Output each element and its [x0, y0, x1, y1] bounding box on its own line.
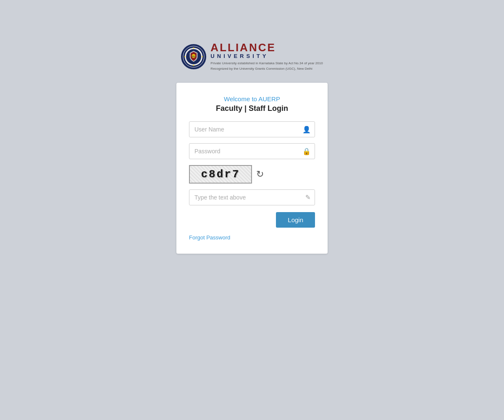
captcha-image: c8dr7	[189, 165, 252, 184]
login-heading: Faculty | Staff Login	[189, 104, 315, 113]
action-row: Login	[189, 212, 315, 228]
svg-point-6	[193, 65, 194, 66]
logo-text-area: ALLIANCE UNIVERSITY Private University e…	[210, 42, 323, 71]
login-button[interactable]: Login	[276, 212, 315, 228]
captcha-input-wrapper: ✎	[189, 189, 315, 205]
logo-tagline2: Recognized by the University Grants Comm…	[210, 66, 323, 71]
forgot-password-link[interactable]: Forgot Password	[189, 234, 230, 241]
username-wrapper: 👤	[189, 121, 315, 137]
lock-icon: 🔒	[302, 147, 311, 155]
logo-subtitle: UNIVERSITY	[210, 53, 323, 60]
welcome-text: Welcome to AUERP	[189, 95, 315, 102]
logo-title: ALLIANCE	[210, 42, 323, 53]
svg-point-7	[184, 56, 186, 57]
svg-point-5	[193, 47, 194, 49]
username-input[interactable]	[189, 121, 315, 137]
logo-emblem: AU	[181, 44, 206, 69]
password-wrapper: 🔒	[189, 143, 315, 159]
captcha-input[interactable]	[189, 189, 315, 205]
svg-text:AU: AU	[192, 55, 195, 58]
password-input[interactable]	[189, 143, 315, 159]
logo-tagline1: Private University established in Karnat…	[210, 61, 323, 66]
svg-point-8	[202, 56, 203, 57]
user-icon: 👤	[302, 126, 311, 134]
captcha-row: c8dr7 ↻	[189, 165, 315, 184]
refresh-captcha-icon[interactable]: ↻	[256, 169, 264, 180]
logo-area: AU ALLIANCE UNIVERSITY Private Universit…	[181, 42, 323, 71]
edit-icon: ✎	[305, 194, 311, 201]
login-card: Welcome to AUERP Faculty | Staff Login 👤…	[176, 83, 328, 254]
